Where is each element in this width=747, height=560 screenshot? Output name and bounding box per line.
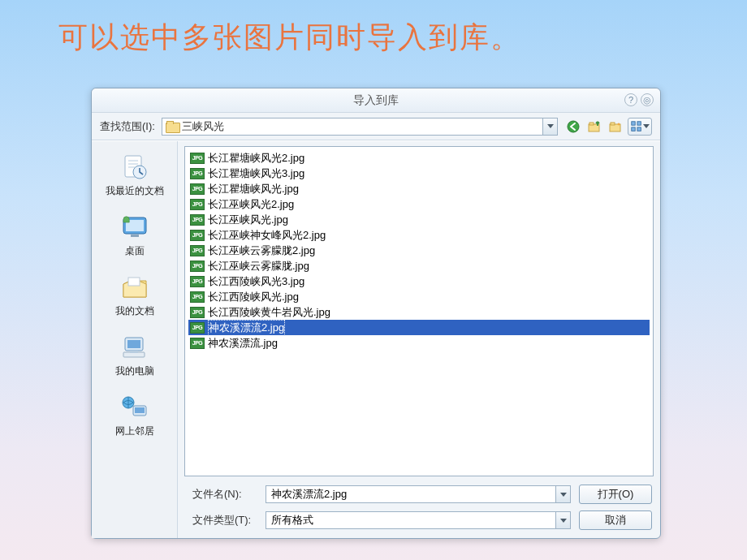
filename-dropdown[interactable] <box>555 486 570 502</box>
instruction-caption: 可以选中多张图片同时导入到库。 <box>0 0 747 58</box>
file-name: 长江瞿塘峡风光2.jpg <box>208 151 304 166</box>
file-list[interactable]: JPG长江瞿塘峡风光2.jpgJPG长江瞿塘峡风光3.jpgJPG长江瞿塘峡风光… <box>184 146 654 476</box>
filename-label: 文件名(N): <box>186 487 257 502</box>
file-name: 长江西陵峡黄牛岩风光.jpg <box>208 305 330 320</box>
jpg-file-icon: JPG <box>190 199 205 210</box>
file-name: 长江巫峡风光.jpg <box>208 213 288 227</box>
import-dialog: 导入到库 ? ◎ 查找范围(I): 三峡风光 <box>91 88 661 539</box>
chevron-down-icon <box>547 124 554 128</box>
file-row[interactable]: JPG神农溪漂流.jpg <box>188 335 650 351</box>
file-row[interactable]: JPG长江巫峡风光2.jpg <box>188 196 650 212</box>
file-row[interactable]: JPG神农溪漂流2.jpg <box>188 320 650 335</box>
filetype-select[interactable]: 所有格式 <box>266 511 571 529</box>
mydocs-icon <box>119 273 151 302</box>
sidebar-item-label: 网上邻居 <box>115 424 154 438</box>
dialog-titlebar: 导入到库 ? ◎ <box>92 88 660 113</box>
desktop-icon <box>119 213 151 242</box>
nav-back-icon[interactable] <box>564 118 582 136</box>
sidebar-item-label: 我最近的文档 <box>106 184 164 198</box>
chevron-down-icon <box>643 124 650 128</box>
svg-rect-21 <box>135 407 145 413</box>
cancel-button[interactable]: 取消 <box>579 510 652 530</box>
jpg-file-icon: JPG <box>190 338 205 349</box>
jpg-file-icon: JPG <box>190 153 205 164</box>
sidebar-item-mydocs[interactable]: 我的文档 <box>98 269 171 321</box>
filetype-label: 文件类型(T): <box>186 513 257 528</box>
jpg-file-icon: JPG <box>190 245 205 256</box>
svg-rect-14 <box>128 278 140 286</box>
sidebar-item-label: 桌面 <box>125 244 145 258</box>
file-row[interactable]: JPG长江巫峡云雾朦胧2.jpg <box>188 243 650 258</box>
nav-up-folder-icon[interactable] <box>585 118 603 136</box>
file-row[interactable]: JPG长江巫峡云雾朦胧.jpg <box>188 258 650 274</box>
jpg-file-icon: JPG <box>190 230 205 241</box>
filetype-value: 所有格式 <box>271 513 313 528</box>
file-row[interactable]: JPG长江西陵峡风光3.jpg <box>188 274 650 289</box>
svg-rect-7 <box>632 127 635 130</box>
svg-rect-2 <box>589 123 594 125</box>
jpg-file-icon: JPG <box>190 322 205 334</box>
file-row[interactable]: JPG长江瞿塘峡风光.jpg <box>188 181 650 196</box>
file-name: 神农溪漂流.jpg <box>208 336 278 351</box>
file-name: 长江巫峡云雾朦胧.jpg <box>208 259 309 274</box>
file-row[interactable]: JPG长江瞿塘峡风光2.jpg <box>188 150 650 166</box>
file-name: 长江西陵峡风光3.jpg <box>208 274 304 289</box>
nav-new-folder-icon[interactable] <box>607 118 624 136</box>
sidebar-item-network[interactable]: 网上邻居 <box>98 390 171 442</box>
sidebar-item-mycomputer[interactable]: 我的电脑 <box>98 330 171 381</box>
filetype-dropdown[interactable] <box>555 512 570 528</box>
svg-point-0 <box>568 121 579 132</box>
jpg-file-icon: JPG <box>190 214 205 226</box>
file-name: 长江巫峡风光2.jpg <box>208 197 294 212</box>
file-row[interactable]: JPG长江巫峡神女峰风光2.jpg <box>188 227 650 243</box>
folder-icon <box>166 121 179 131</box>
filename-input[interactable]: 神农溪漂流2.jpg <box>266 485 571 503</box>
filename-value: 神农溪漂流2.jpg <box>271 487 347 502</box>
recent-docs-icon <box>119 153 151 182</box>
lookin-bar: 查找范围(I): 三峡风光 <box>92 113 660 140</box>
file-name: 长江瞿塘峡风光.jpg <box>208 182 299 196</box>
file-row[interactable]: JPG长江西陵峡黄牛岩风光.jpg <box>188 304 650 320</box>
file-row[interactable]: JPG长江巫峡风光.jpg <box>188 212 650 227</box>
dialog-title: 导入到库 <box>353 93 399 108</box>
places-sidebar: 我最近的文档 桌面 我的文档 我的电脑 <box>92 141 178 538</box>
sidebar-item-recent[interactable]: 我最近的文档 <box>98 149 171 201</box>
file-name: 长江巫峡神女峰风光2.jpg <box>208 228 326 243</box>
lookin-label: 查找范围(I): <box>100 119 155 134</box>
file-row[interactable]: JPG长江西陵峡风光.jpg <box>188 289 650 304</box>
sidebar-item-label: 我的文档 <box>115 304 154 318</box>
jpg-file-icon: JPG <box>190 307 205 318</box>
svg-rect-13 <box>131 235 139 237</box>
svg-rect-4 <box>611 123 615 125</box>
svg-rect-16 <box>127 340 140 348</box>
jpg-file-icon: JPG <box>190 276 205 287</box>
sidebar-item-label: 我的电脑 <box>115 364 154 378</box>
lookin-combo[interactable]: 三峡风光 <box>162 118 558 136</box>
svg-rect-5 <box>632 121 635 124</box>
control-icon[interactable]: ◎ <box>641 93 654 106</box>
svg-rect-6 <box>637 121 641 124</box>
jpg-file-icon: JPG <box>190 291 205 303</box>
chevron-down-icon <box>560 493 567 497</box>
svg-rect-8 <box>637 127 641 130</box>
open-button[interactable]: 打开(O) <box>579 485 652 504</box>
network-icon <box>119 393 151 422</box>
nav-view-mode-icon[interactable] <box>628 118 652 136</box>
jpg-file-icon: JPG <box>190 261 205 272</box>
jpg-file-icon: JPG <box>190 168 205 179</box>
file-name: 长江瞿塘峡风光3.jpg <box>208 166 304 181</box>
chevron-down-icon <box>560 519 567 523</box>
lookin-folder-name: 三峡风光 <box>182 119 224 134</box>
svg-rect-18 <box>130 351 138 353</box>
file-name: 长江西陵峡风光.jpg <box>208 290 299 304</box>
file-name: 神农溪漂流2.jpg <box>208 320 285 336</box>
help-icon[interactable]: ? <box>624 93 637 106</box>
file-name: 长江巫峡云雾朦胧2.jpg <box>208 243 315 258</box>
file-row[interactable]: JPG长江瞿塘峡风光3.jpg <box>188 166 650 181</box>
lookin-dropdown[interactable] <box>542 118 557 135</box>
jpg-file-icon: JPG <box>190 183 205 195</box>
mycomputer-icon <box>119 333 151 362</box>
sidebar-item-desktop[interactable]: 桌面 <box>98 209 171 261</box>
